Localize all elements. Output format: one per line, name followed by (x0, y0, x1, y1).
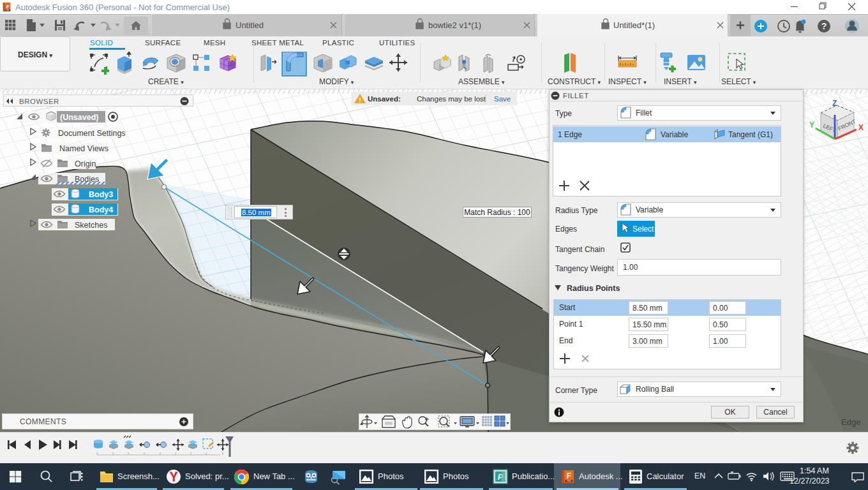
svg-text:bowtie2 v1*(1): bowtie2 v1*(1) (428, 20, 481, 30)
svg-text:Radius Points: Radius Points (567, 284, 620, 292)
svg-text:F: F (6, 4, 10, 10)
svg-text:Untitled: Untitled (236, 20, 264, 30)
svg-text:Edge: Edge (841, 417, 860, 427)
svg-text:Unsaved:: Unsaved: (368, 95, 401, 103)
svg-text:Named Views: Named Views (59, 144, 108, 153)
svg-text:Body4: Body4 (89, 205, 113, 214)
svg-text:F: F (567, 471, 571, 480)
svg-text:Z: Z (832, 99, 837, 108)
svg-text:Origin: Origin (75, 160, 96, 168)
svg-text:Changes may be lost: Changes may be lost (417, 95, 486, 103)
svg-text:!: ! (359, 97, 361, 104)
svg-text:Fillet: Fillet (636, 108, 652, 117)
svg-text:Rolling Ball: Rolling Ball (636, 385, 674, 394)
svg-text:FILLET: FILLET (563, 92, 589, 100)
svg-text:Save: Save (494, 95, 511, 103)
svg-text:Body3: Body3 (89, 190, 113, 199)
svg-text:Sketches: Sketches (75, 221, 107, 230)
svg-text:Document Settings: Document Settings (58, 129, 126, 138)
svg-text:360: 360 (6, 9, 10, 11)
svg-text:Variable: Variable (636, 205, 663, 214)
svg-text:360: 360 (567, 480, 571, 482)
svg-text:X: X (858, 123, 864, 132)
svg-text:(Unsaved): (Unsaved) (60, 113, 98, 122)
svg-text:Y: Y (809, 121, 814, 130)
svg-text:?: ? (821, 21, 827, 31)
svg-text:Select: Select (632, 225, 654, 234)
svg-text:Untitled*(1): Untitled*(1) (613, 20, 655, 30)
svg-text:BROWSER: BROWSER (19, 98, 59, 105)
